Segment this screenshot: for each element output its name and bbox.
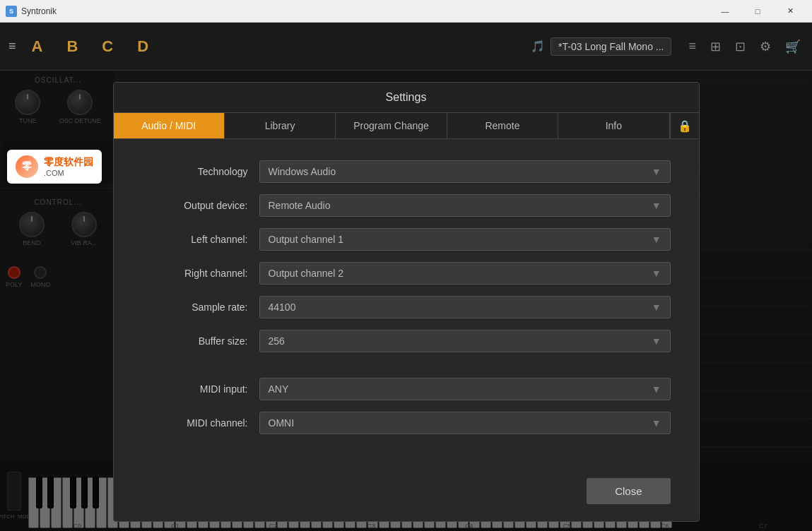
output-device-field[interactable]: Remote Audio ▼ [259, 194, 671, 217]
tab-library[interactable]: Library [225, 113, 336, 138]
left-channel-value: Output channel 1 [269, 234, 344, 245]
list-icon[interactable]: ≡ [686, 36, 699, 56]
buffer-size-value: 256 [269, 335, 285, 347]
maximize-button[interactable]: □ [741, 0, 774, 23]
left-channel-arrow: ▼ [652, 234, 661, 245]
midi-channel-arrow: ▼ [652, 417, 661, 429]
output-device-label: Output device: [142, 200, 248, 211]
grid-icon[interactable]: ⊡ [732, 36, 748, 57]
window-controls: — □ ✕ [709, 0, 806, 23]
midi-channel-row: MIDI channel: OMNI ▼ [142, 412, 671, 434]
watermark-line2: .COM [44, 169, 93, 177]
midi-input-label: MIDI input: [142, 383, 248, 395]
right-channel-value: Output channel 2 [269, 268, 344, 279]
minimize-button[interactable]: — [709, 0, 741, 23]
right-channel-label: Right channel: [142, 268, 248, 279]
preset-icon: 🎵 [531, 40, 545, 53]
midi-input-field[interactable]: ANY ▼ [259, 378, 671, 400]
tab-audio-midi[interactable]: Audio / MIDI [114, 113, 225, 138]
technology-field[interactable]: Windows Audio ▼ [259, 160, 671, 183]
preset-area: 🎵 *T-03 Long Fall Mono ... ≡ ⊞ ⊡ ⚙ 🛒 [531, 36, 804, 57]
settings-dialog: Settings Audio / MIDI Library Program Ch… [113, 82, 700, 522]
watermark-text-area: 零度软件园 .COM [44, 156, 93, 177]
dialog-body: Technology Windows Audio ▼ Output device… [114, 139, 699, 467]
tab-program-change[interactable]: Program Change [336, 113, 447, 138]
app-background: ≡ A B C D 🎵 *T-03 Long Fall Mono ... ≡ ⊞… [0, 23, 812, 531]
form-separator [142, 364, 671, 378]
watermark-logo-text: 零 [22, 160, 32, 173]
preset-name[interactable]: *T-03 Long Fall Mono ... [551, 37, 671, 56]
tab-b[interactable]: B [58, 37, 86, 56]
title-bar: S Syntronik — □ ✕ [0, 0, 812, 23]
dialog-footer: Close [114, 467, 699, 521]
close-dialog-button[interactable]: Close [587, 478, 670, 504]
watermark-line1: 零度软件园 [44, 156, 93, 169]
dialog-tabs: Audio / MIDI Library Program Change Remo… [114, 113, 699, 139]
midi-input-row: MIDI input: ANY ▼ [142, 378, 671, 400]
sample-rate-arrow: ▼ [652, 302, 661, 313]
technology-row: Technology Windows Audio ▼ [142, 160, 671, 183]
sample-rate-value: 44100 [269, 302, 296, 313]
left-channel-row: Left channel: Output channel 1 ▼ [142, 228, 671, 251]
menu-icon[interactable]: ≡ [8, 39, 16, 54]
toolbar-icons: ≡ ⊞ ⊡ ⚙ 🛒 [686, 36, 804, 57]
midi-channel-label: MIDI channel: [142, 417, 248, 429]
sample-rate-row: Sample rate: 44100 ▼ [142, 296, 671, 318]
lock-symbol: 🔒 [678, 119, 692, 133]
right-channel-arrow: ▼ [652, 268, 661, 279]
buffer-size-arrow: ▼ [652, 335, 661, 347]
midi-input-arrow: ▼ [652, 383, 661, 395]
sample-rate-label: Sample rate: [142, 302, 248, 313]
left-channel-label: Left channel: [142, 234, 248, 245]
cart-icon[interactable]: 🛒 [782, 36, 804, 57]
sliders-icon[interactable]: ⊞ [707, 36, 724, 57]
midi-channel-field[interactable]: OMNI ▼ [259, 412, 671, 434]
technology-value: Windows Audio [269, 166, 336, 177]
modal-overlay: Settings Audio / MIDI Library Program Ch… [0, 71, 812, 531]
technology-arrow: ▼ [652, 166, 661, 177]
app-icon: S [6, 6, 17, 17]
right-channel-row: Right channel: Output channel 2 ▼ [142, 262, 671, 285]
buffer-size-row: Buffer size: 256 ▼ [142, 330, 671, 352]
tab-remote[interactable]: Remote [447, 113, 558, 138]
tab-c[interactable]: C [93, 37, 122, 56]
right-channel-field[interactable]: Output channel 2 ▼ [259, 262, 671, 285]
technology-label: Technology [142, 166, 248, 177]
tab-d[interactable]: D [129, 37, 157, 56]
left-channel-field[interactable]: Output channel 1 ▼ [259, 228, 671, 251]
output-device-arrow: ▼ [652, 200, 661, 211]
lock-icon[interactable]: 🔒 [670, 113, 699, 138]
output-device-row: Output device: Remote Audio ▼ [142, 194, 671, 217]
watermark: 零 零度软件园 .COM [7, 150, 102, 184]
settings-icon[interactable]: ⚙ [757, 36, 774, 57]
midi-channel-value: OMNI [269, 417, 295, 429]
buffer-size-field[interactable]: 256 ▼ [259, 330, 671, 352]
midi-input-value: ANY [269, 383, 289, 395]
tab-info[interactable]: Info [558, 113, 669, 138]
watermark-logo: 零 [16, 155, 38, 178]
sample-rate-field[interactable]: 44100 ▼ [259, 296, 671, 318]
dialog-title: Settings [114, 83, 699, 113]
output-device-value: Remote Audio [269, 200, 331, 211]
app-title: Syntronik [21, 6, 57, 16]
main-toolbar: ≡ A B C D 🎵 *T-03 Long Fall Mono ... ≡ ⊞… [0, 23, 812, 71]
tab-a[interactable]: A [23, 37, 52, 56]
window-close-button[interactable]: ✕ [774, 0, 806, 23]
buffer-size-label: Buffer size: [142, 335, 248, 347]
